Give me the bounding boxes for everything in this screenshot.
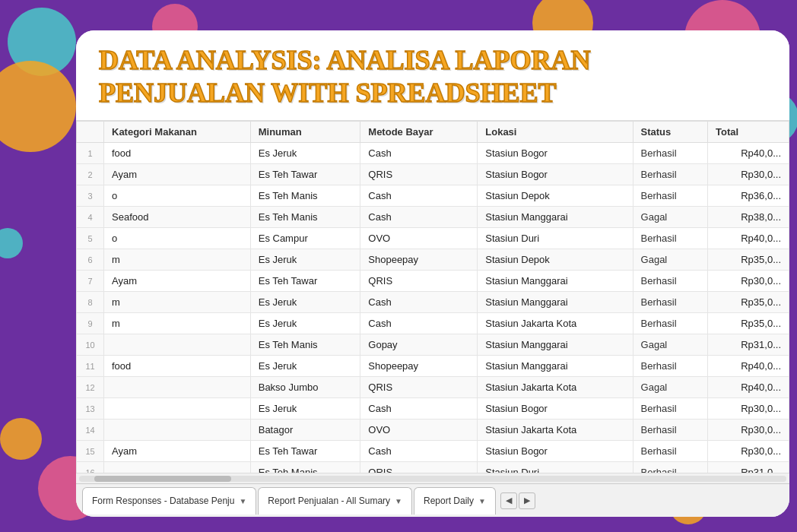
row-number: 14 [77,420,104,441]
table-cell-col5: Berhasil [633,292,708,313]
table-row: 7AyamEs Teh TawarQRISStasiun ManggaraiBe… [77,271,789,292]
table-cell-col5: Berhasil [633,164,708,185]
table-cell-col1: m [104,313,251,334]
table-cell-col4: Stasiun Jakarta Kota [478,377,633,398]
table-row: 5oEs CampurOVOStasiun DuriBerhasilRp40,0… [77,228,789,249]
table-cell-col1: Ayam [104,441,251,462]
table-cell-col6: Rp30,0... [708,420,789,441]
table-cell-col4: Stasiun Depok [478,249,633,271]
row-number: 6 [77,249,104,271]
table-cell-col5: Gagal [633,207,708,228]
tab-form-responses[interactable]: Form Responses - Database Penju ▼ [82,487,256,515]
tab-report-daily-label: Report Daily [424,496,474,506]
table-cell-col5: Gagal [633,334,708,356]
table-cell-col4: Stasiun Jakarta Kota [478,313,633,334]
table-cell-col2: Es Jeruk [250,249,360,271]
table-cell-col6: Rp35,0... [708,313,789,334]
table-cell-col1: food [104,356,251,377]
table-cell-col2: Es Jeruk [250,143,360,164]
table-cell-col4: Stasiun Manggarai [478,356,633,377]
main-title: Data Analysis: Analisa Laporan Penjualan… [99,44,767,109]
table-cell-col4: Stasiun Jakarta Kota [478,420,633,441]
col-header-num [77,122,104,143]
table-cell-col1 [104,462,251,473]
table-cell-col6: Rp30,0... [708,398,789,420]
table-row: 8mEs JerukCashStasiun ManggaraiBerhasilR… [77,292,789,313]
table-cell-col6: Rp38,0... [708,207,789,228]
row-number: 16 [77,462,104,473]
table-cell-col3: QRIS [360,462,478,473]
table-row: 2AyamEs Teh TawarQRISStasiun BogorBerhas… [77,164,789,185]
row-number: 5 [77,228,104,249]
table-cell-col5: Berhasil [633,356,708,377]
tab-report-penjualan-arrow: ▼ [395,497,402,505]
col-header-2: Minuman [250,122,360,143]
tab-navigation: ◀ ▶ [500,492,535,509]
table-cell-col1: Seafood [104,207,251,228]
table-cell-col3: Cash [360,441,478,462]
row-number: 2 [77,164,104,185]
table-cell-col2: Bakso Jumbo [250,377,360,398]
table-cell-col6: Rp31,0... [708,334,789,356]
table-row: 9mEs JerukCashStasiun Jakarta KotaBerhas… [77,313,789,334]
table-cell-col3: Cash [360,143,478,164]
table-cell-col4: Stasiun Manggarai [478,334,633,356]
table-cell-col6: Rp35,0... [708,292,789,313]
tabs-bar: Form Responses - Database Penju ▼ Report… [76,483,789,517]
table-cell-col4: Stasiun Manggarai [478,292,633,313]
table-cell-col1: o [104,185,251,207]
table-cell-col2: Es Teh Manis [250,334,360,356]
table-cell-col2: Es Teh Manis [250,207,360,228]
tab-form-responses-label: Form Responses - Database Penju [92,496,234,506]
table-cell-col3: OVO [360,420,478,441]
table-cell-col4: Stasiun Bogor [478,143,633,164]
table-cell-col3: Cash [360,185,478,207]
tab-next-button[interactable]: ▶ [519,492,535,509]
row-number: 9 [77,313,104,334]
table-cell-col1 [104,377,251,398]
table-cell-col3: Shopeepay [360,356,478,377]
table-cell-col4: Stasiun Depok [478,185,633,207]
table-row: 6mEs JerukShopeepayStasiun DepokGagalRp3… [77,249,789,271]
table-cell-col2: Es Teh Manis [250,462,360,473]
row-number: 10 [77,334,104,356]
table-cell-col5: Berhasil [633,228,708,249]
data-table: Kategori Makanan Minuman Metode Bayar Lo… [76,121,789,473]
row-number: 12 [77,377,104,398]
tab-prev-button[interactable]: ◀ [500,492,517,509]
hscroll-thumb [94,476,231,482]
table-cell-col1: Ayam [104,271,251,292]
table-cell-col5: Berhasil [633,271,708,292]
table-row: 14BatagorOVOStasiun Jakarta KotaBerhasil… [77,420,789,441]
table-cell-col4: Stasiun Manggarai [478,271,633,292]
hscroll-area[interactable] [76,473,789,483]
table-cell-col5: Berhasil [633,398,708,420]
table-cell-col2: Es Jeruk [250,292,360,313]
table-container[interactable]: Kategori Makanan Minuman Metode Bayar Lo… [76,120,789,473]
table-row: 13Es JerukCashStasiun BogorBerhasilRp30,… [77,398,789,420]
table-cell-col2: Es Campur [250,228,360,249]
table-row: 15AyamEs Teh TawarCashStasiun BogorBerha… [77,441,789,462]
tab-report-penjualan[interactable]: Report Penjualan - All Sumary ▼ [258,487,412,515]
table-cell-col4: Stasiun Bogor [478,164,633,185]
table-row: 12Bakso JumboQRISStasiun Jakarta KotaGag… [77,377,789,398]
table-cell-col5: Berhasil [633,185,708,207]
table-cell-col6: Rp30,0... [708,441,789,462]
tab-report-daily[interactable]: Report Daily ▼ [414,487,496,515]
table-cell-col1: Ayam [104,164,251,185]
table-cell-col2: Batagor [250,420,360,441]
spreadsheet-area: Kategori Makanan Minuman Metode Bayar Lo… [76,120,789,483]
row-number: 1 [77,143,104,164]
table-cell-col5: Berhasil [633,462,708,473]
table-cell-col3: Cash [360,313,478,334]
table-cell-col3: QRIS [360,164,478,185]
table-cell-col6: Rp31,0... [708,462,789,473]
table-row: 1foodEs JerukCashStasiun BogorBerhasilRp… [77,143,789,164]
table-cell-col6: Rp35,0... [708,249,789,271]
table-cell-col1 [104,334,251,356]
table-cell-col3: QRIS [360,377,478,398]
table-cell-col3: Cash [360,207,478,228]
col-header-1: Kategori Makanan [104,122,251,143]
table-cell-col4: Stasiun Duri [478,462,633,473]
hscroll-track [79,476,786,482]
